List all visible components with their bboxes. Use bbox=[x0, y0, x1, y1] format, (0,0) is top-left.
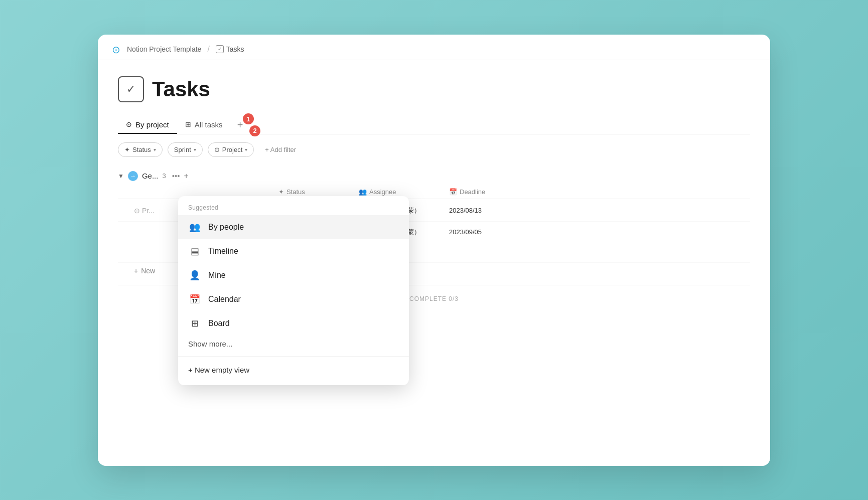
section-count: 3 bbox=[162, 172, 166, 180]
project-name[interactable]: Notion Project Template bbox=[127, 45, 201, 53]
tab-by-project-label: By project bbox=[135, 120, 169, 129]
notification-badge-2: 2 bbox=[249, 125, 260, 136]
mine-icon: 👤 bbox=[188, 269, 201, 282]
filter-project-label: Project bbox=[222, 146, 242, 153]
notification-badge-1: 1 bbox=[243, 113, 254, 124]
chevron-down-icon: ▾ bbox=[194, 147, 196, 152]
section-status-icon: → bbox=[128, 171, 138, 181]
timeline-label: Timeline bbox=[208, 247, 238, 256]
filter-status[interactable]: ✦ Status ▾ bbox=[118, 142, 163, 157]
add-filter-label: + Add filter bbox=[265, 146, 296, 153]
project-icon: ⊙ bbox=[214, 146, 220, 153]
page-nav[interactable]: ✓ Tasks bbox=[216, 45, 244, 53]
page-name: Tasks bbox=[226, 45, 244, 53]
dropdown-item-mine[interactable]: 👤 Mine bbox=[178, 263, 409, 287]
board-icon: ⊞ bbox=[188, 317, 201, 330]
dropdown-item-by-people[interactable]: 👥 By people bbox=[178, 215, 409, 239]
tabs-container: ⊙ By project ⊞ All tasks + 1 2 bbox=[118, 116, 750, 134]
task-deadline-cell: 2023/08/13 bbox=[449, 207, 519, 214]
all-tasks-icon: ⊞ bbox=[185, 120, 191, 128]
tab-by-project[interactable]: ⊙ By project bbox=[118, 116, 177, 134]
task-deadline-cell: 2023/09/05 bbox=[449, 228, 519, 236]
page-check-icon: ✓ bbox=[216, 45, 224, 53]
titlebar: ⊙ Notion Project Template / ✓ Tasks bbox=[98, 35, 770, 60]
dropdown-divider bbox=[178, 356, 409, 357]
status-icon: ✦ bbox=[124, 146, 130, 153]
col-header-deadline[interactable]: 📅 Deadline bbox=[449, 188, 519, 196]
add-icon: + bbox=[134, 267, 138, 275]
chevron-down-icon: ▾ bbox=[245, 147, 247, 152]
section-expand-icon: ▼ bbox=[118, 173, 124, 180]
dropdown-item-board[interactable]: ⊞ Board bbox=[178, 311, 409, 336]
section-title: Ge... bbox=[142, 172, 159, 180]
filter-status-label: Status bbox=[132, 146, 151, 153]
separator: / bbox=[207, 45, 209, 54]
timeline-icon: ▤ bbox=[188, 245, 201, 258]
board-label: Board bbox=[208, 319, 230, 328]
tab-all-tasks[interactable]: ⊞ All tasks bbox=[177, 116, 231, 134]
add-filter-button[interactable]: + Add filter bbox=[259, 143, 302, 156]
filter-sprint-label: Sprint bbox=[174, 146, 191, 153]
add-new-label: New bbox=[141, 267, 155, 275]
page-title: Tasks bbox=[152, 77, 210, 101]
add-tab-area: + 1 bbox=[234, 118, 247, 131]
deadline-text: 2023/09/05 bbox=[449, 228, 482, 236]
calendar-icon: 📅 bbox=[188, 293, 201, 306]
section-add-icon[interactable]: + bbox=[184, 172, 188, 181]
tab-all-tasks-label: All tasks bbox=[195, 120, 223, 129]
calendar-label: Calendar bbox=[208, 295, 241, 304]
app-icon: ⊙ bbox=[112, 44, 123, 55]
page-title-icon: ✓ bbox=[118, 76, 144, 102]
show-more-button[interactable]: Show more... bbox=[178, 336, 409, 352]
section-more-icon[interactable]: ••• bbox=[172, 172, 180, 180]
deadline-text: 2023/08/13 bbox=[449, 207, 482, 214]
col-header-assignee[interactable]: 👥 Assignee bbox=[359, 188, 449, 196]
assignee-col-icon: 👥 bbox=[359, 188, 367, 196]
filter-project[interactable]: ⊙ Project ▾ bbox=[208, 142, 254, 157]
col-header-status[interactable]: ✦ Status bbox=[278, 188, 359, 196]
status-col-icon: ✦ bbox=[278, 188, 284, 196]
dropdown-item-calendar[interactable]: 📅 Calendar bbox=[178, 287, 409, 311]
by-people-label: By people bbox=[208, 223, 244, 232]
dropdown-menu: Suggested 👥 By people ▤ Timeline 👤 Mine … bbox=[178, 196, 409, 385]
tabs-divider bbox=[118, 134, 750, 134]
mine-label: Mine bbox=[208, 271, 226, 280]
section-header[interactable]: ▼ → Ge... 3 ••• + bbox=[118, 167, 750, 185]
by-project-icon: ⊙ bbox=[126, 120, 132, 128]
by-people-icon: 👥 bbox=[188, 221, 201, 234]
deadline-col-icon: 📅 bbox=[449, 188, 457, 196]
filters-row: ✦ Status ▾ Sprint ▾ ⊙ Project ▾ + Add fi… bbox=[118, 142, 750, 157]
page-title-row: ✓ Tasks bbox=[118, 76, 750, 102]
chevron-down-icon: ▾ bbox=[154, 147, 156, 152]
new-empty-view-button[interactable]: + New empty view bbox=[178, 361, 409, 379]
dropdown-item-timeline[interactable]: ▤ Timeline bbox=[178, 239, 409, 263]
complete-text: COMPLETE 0/3 bbox=[409, 295, 459, 302]
filter-sprint[interactable]: Sprint ▾ bbox=[168, 142, 203, 157]
new-empty-view-label: + New empty view bbox=[188, 366, 249, 374]
dropdown-section-label: Suggested bbox=[178, 202, 409, 215]
